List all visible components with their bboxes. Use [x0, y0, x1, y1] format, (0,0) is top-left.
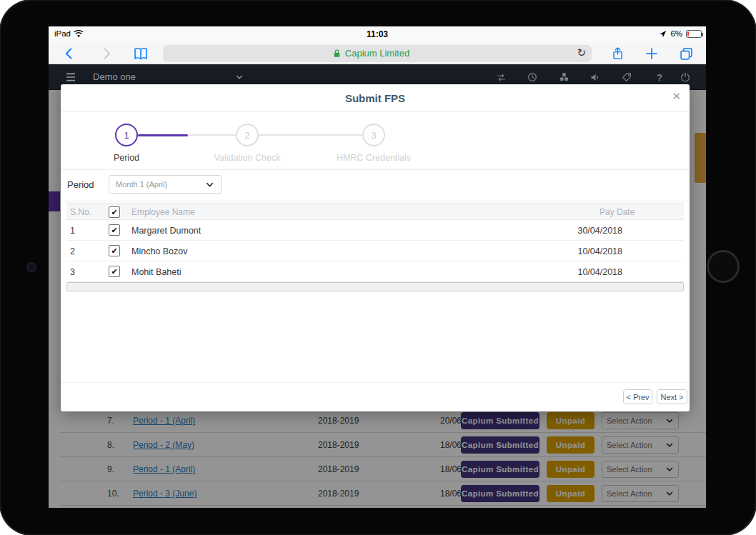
hamburger-menu-icon[interactable]: [64, 71, 77, 84]
divider: [61, 169, 690, 170]
step-line: [259, 134, 362, 136]
checkmark: ✔: [111, 247, 117, 255]
employee-checkbox[interactable]: ✔: [109, 245, 120, 256]
employee-name: Margaret Dumont: [131, 226, 201, 236]
employee-row: 1 ✔ Margaret Dumont 30/04/2018: [66, 220, 684, 241]
help-icon[interactable]: ?: [653, 71, 666, 84]
employee-name: Mincho Bozov: [131, 246, 188, 256]
checkmark: ✔: [111, 268, 117, 276]
battery-icon: [686, 30, 702, 38]
forward-button[interactable]: [97, 44, 116, 63]
share-icon[interactable]: [608, 44, 627, 63]
modal-footer: < Prev Next >: [61, 382, 690, 411]
step-label: HMRC Credentials: [324, 153, 424, 163]
close-icon[interactable]: ✕: [672, 90, 681, 103]
back-button[interactable]: [60, 44, 79, 63]
pay-date: 30/04/2018: [577, 226, 622, 236]
row-number: 3: [70, 267, 75, 277]
period-value: Month 1 (April): [116, 180, 167, 189]
announcement-icon[interactable]: [589, 71, 602, 84]
tag-icon[interactable]: [620, 71, 633, 84]
period-label: Period: [67, 179, 94, 190]
row-number: 2: [70, 246, 75, 256]
site-title: Capium Limited: [163, 48, 592, 59]
step-2-validation-check[interactable]: 2: [236, 124, 259, 146]
screen: iPad 11:03 6%: [49, 26, 706, 508]
ipad-screenshot: iPad 11:03 6%: [0, 0, 756, 535]
step-progress-line: [138, 134, 188, 136]
step-number: 1: [124, 130, 129, 141]
submit-fps-modal: Submit FPS ✕ 1 2 3 Period Validation Che…: [61, 84, 690, 411]
col-employee-name: Employee Name: [131, 207, 195, 217]
history-icon[interactable]: [526, 71, 539, 84]
employee-name: Mohit Baheti: [131, 267, 181, 277]
power-icon[interactable]: [679, 71, 692, 84]
next-button[interactable]: Next >: [657, 389, 687, 404]
address-bar[interactable]: Capium Limited ↻: [163, 45, 592, 62]
divider: [61, 201, 690, 201]
prev-button[interactable]: < Prev: [623, 389, 652, 404]
ios-status-bar: iPad 11:03 6%: [49, 26, 706, 42]
pay-date: 10/04/2018: [577, 246, 622, 256]
step-number: 2: [244, 130, 249, 141]
transfer-icon[interactable]: [494, 71, 507, 84]
refresh-icon[interactable]: ↻: [577, 46, 586, 59]
step-number: 3: [371, 130, 376, 141]
step-3-hmrc-credentials[interactable]: 3: [362, 124, 385, 146]
employee-checkbox[interactable]: ✔: [109, 266, 120, 277]
safari-toolbar: Capium Limited ↻: [49, 42, 706, 64]
select-all-checkbox[interactable]: ✔: [109, 206, 120, 218]
step-label: Validation Check: [197, 153, 297, 163]
step-line: [188, 134, 236, 136]
employee-row: 2 ✔ Mincho Bozov 10/04/2018: [66, 241, 684, 261]
chevron-down-icon[interactable]: [233, 71, 246, 84]
table-header: S.No. ✔ Employee Name Pay Date: [66, 203, 684, 220]
col-pay-date: Pay Date: [600, 207, 635, 217]
period-dropdown[interactable]: Month 1 (April): [109, 175, 222, 194]
modal-title: Submit FPS: [61, 92, 690, 104]
col-sno: S.No.: [70, 207, 91, 217]
home-button[interactable]: [707, 250, 740, 283]
battery-percent: 6%: [670, 29, 682, 38]
checkmark: ✔: [111, 226, 117, 234]
employee-table: S.No. ✔ Employee Name Pay Date 1 ✔ Marga…: [66, 203, 684, 282]
new-tab-icon[interactable]: [642, 44, 661, 63]
packages-icon[interactable]: [557, 71, 570, 84]
step-label: Period: [76, 153, 176, 163]
horizontal-scrollbar[interactable]: [66, 282, 684, 291]
row-number: 1: [70, 226, 75, 236]
employee-checkbox[interactable]: ✔: [109, 224, 120, 236]
step-1-period[interactable]: 1: [115, 124, 138, 146]
clock: 11:03: [49, 29, 706, 39]
company-selector[interactable]: Demo one: [93, 71, 136, 82]
tabs-icon[interactable]: [677, 44, 695, 63]
front-camera: [28, 264, 35, 271]
divider: [61, 111, 690, 112]
bookmarks-icon[interactable]: [131, 44, 150, 63]
checkmark: ✔: [111, 209, 117, 216]
pay-date: 10/04/2018: [577, 267, 622, 277]
employee-row: 3 ✔ Mohit Baheti 10/04/2018: [66, 261, 684, 282]
location-arrow-icon: [659, 30, 667, 38]
